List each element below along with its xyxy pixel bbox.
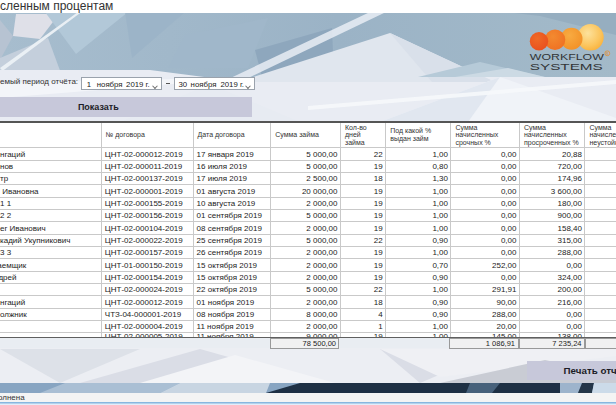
svg-text:SYSTEMS: SYSTEMS — [530, 62, 603, 72]
